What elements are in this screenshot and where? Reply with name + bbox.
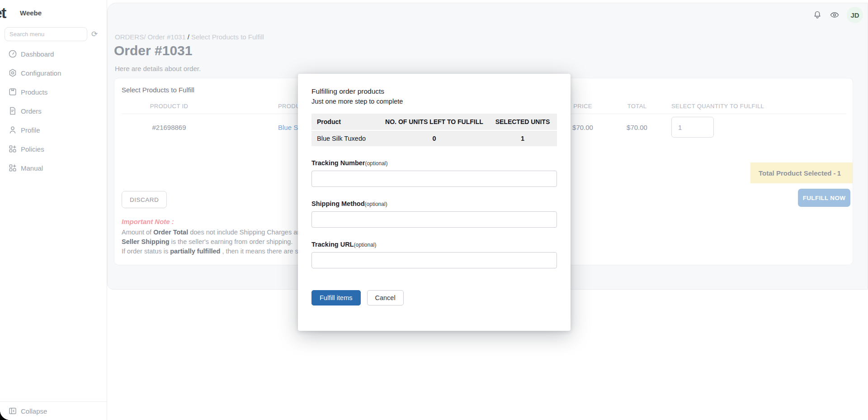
sidebar-item-profile[interactable]: Profile: [0, 120, 107, 139]
page-title: Order #1031: [114, 43, 192, 58]
total-selected-label: Total Product Selected -: [759, 169, 836, 177]
grid-plus-icon: [8, 163, 17, 172]
important-note: Important Note : Amount of Order Total d…: [122, 217, 307, 256]
breadcrumb[interactable]: ORDERS/ Order #1031/Select Products to F…: [115, 33, 264, 41]
modal-subtitle: Just one more step to complete: [311, 96, 557, 106]
sidebar-item-label: Dashboard: [21, 50, 54, 58]
important-note-heading: Important Note :: [122, 217, 307, 226]
col-select-quantity: SELECT QUANTITY TO FULFILL: [664, 103, 846, 110]
sidebar-item-products[interactable]: Products: [0, 82, 107, 101]
discard-button[interactable]: DISCARD: [122, 191, 167, 208]
sidebar-nav: Dashboard Configuration Products Orders …: [0, 44, 107, 177]
sidebar-item-label: Profile: [21, 126, 40, 134]
sidebar-item-manual[interactable]: Manual: [0, 158, 107, 177]
optional-hint: (optional): [354, 242, 376, 248]
fulfill-now-button[interactable]: FULFILL NOW: [798, 189, 850, 207]
search-input[interactable]: [5, 27, 87, 41]
document-icon: [8, 106, 17, 115]
selected-units-value: 1: [488, 135, 557, 142]
eye-icon[interactable]: [830, 10, 840, 20]
sidebar-item-label: Manual: [21, 164, 43, 172]
sidebar: et Weebe ⟳ Dashboard Configuration Produ…: [0, 0, 107, 420]
breadcrumb-part2: Select Products to Fulfill: [191, 33, 264, 41]
shipping-method-field: Shipping Method(optional): [311, 200, 557, 228]
modal-title: Fulfilling order products: [311, 86, 557, 96]
sidebar-item-label: Policies: [21, 145, 44, 153]
grid-plus-icon: [8, 144, 17, 153]
quantity-input[interactable]: [671, 117, 714, 138]
optional-hint: (optional): [365, 201, 387, 207]
sidebar-item-label: Configuration: [21, 69, 61, 77]
bell-icon[interactable]: [812, 10, 822, 20]
sidebar-item-orders[interactable]: Orders: [0, 101, 107, 120]
shipping-method-label: Shipping Method: [311, 200, 365, 207]
collapse-button[interactable]: Collapse: [0, 401, 107, 420]
col-product: Product: [311, 118, 380, 125]
sidebar-item-configuration[interactable]: Configuration: [0, 63, 107, 82]
note-line-3: If order status is partially fulfilled ,…: [122, 247, 307, 256]
brand-logo-icon: et: [0, 5, 17, 21]
fulfill-items-button[interactable]: Fulfill items: [311, 290, 361, 305]
tracking-number-input[interactable]: [311, 171, 557, 187]
modal-actions: Fulfill items Cancel: [311, 290, 557, 305]
breadcrumb-separator: /: [188, 33, 189, 41]
note-line-1: Amount of Order Total does not include S…: [122, 228, 307, 237]
col-units-left: NO. OF UNITS LEFT TO FULFILL: [380, 118, 488, 125]
product-name-link[interactable]: Blue Si: [278, 124, 300, 131]
col-selected-units: SELECTED UNITS: [488, 118, 557, 125]
modal-table-row: Blue Silk Tuxedo 0 1: [311, 131, 557, 146]
shipping-method-input[interactable]: [311, 211, 557, 228]
app-root: et Weebe ⟳ Dashboard Configuration Produ…: [0, 0, 868, 420]
modal-product-name: Blue Silk Tuxedo: [311, 135, 380, 142]
tracking-url-input[interactable]: [311, 252, 557, 268]
tracking-url-label: Tracking URL: [311, 241, 354, 248]
person-icon: [8, 125, 17, 134]
product-id-value: #21698869: [122, 124, 217, 131]
tracking-number-label: Tracking Number: [311, 159, 365, 167]
tracking-number-field: Tracking Number(optional): [311, 159, 557, 187]
topbar: JD: [812, 7, 863, 23]
total-value: $70.00: [610, 124, 664, 131]
sidebar-item-dashboard[interactable]: Dashboard: [0, 44, 107, 63]
tracking-url-field: Tracking URL(optional): [311, 240, 557, 268]
total-selected-badge: Total Product Selected - 1: [750, 162, 853, 183]
optional-hint: (optional): [365, 160, 387, 167]
fulfill-modal: Fulfilling order products Just one more …: [298, 74, 571, 331]
card-title: Select Products to Fulfill: [122, 86, 194, 94]
gauge-icon: [8, 49, 17, 58]
page-subtitle: Here are details about order.: [115, 65, 201, 72]
collapse-label: Collapse: [21, 407, 47, 415]
collapse-panel-icon: [8, 406, 17, 415]
modal-table-header: Product NO. OF UNITS LEFT TO FULFILL SEL…: [311, 114, 557, 130]
brand: et Weebe: [0, 5, 42, 21]
sidebar-item-label: Products: [21, 88, 47, 96]
gear-icon: [8, 68, 17, 77]
sidebar-item-policies[interactable]: Policies: [0, 139, 107, 158]
avatar[interactable]: JD: [847, 7, 863, 23]
package-icon: [8, 87, 17, 96]
note-line-2: Seller Shipping is the seller's earning …: [122, 237, 307, 247]
col-product-id: PRODUCT ID: [122, 103, 217, 110]
modal-table: Product NO. OF UNITS LEFT TO FULFILL SEL…: [311, 114, 557, 146]
total-selected-value: 1: [837, 169, 841, 177]
refresh-icon[interactable]: ⟳: [91, 29, 98, 39]
breadcrumb-part1[interactable]: ORDERS/ Order #1031: [115, 33, 186, 41]
units-left-value: 0: [380, 135, 488, 142]
cancel-button[interactable]: Cancel: [367, 290, 404, 305]
col-total: TOTAL: [610, 103, 664, 110]
sidebar-item-label: Orders: [21, 107, 42, 115]
brand-name: Weebe: [20, 9, 42, 17]
